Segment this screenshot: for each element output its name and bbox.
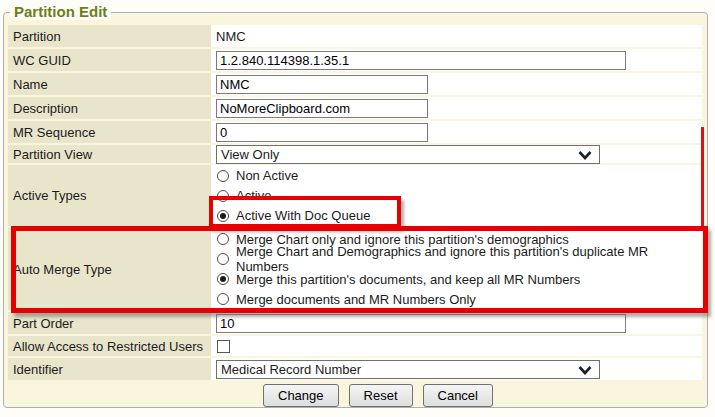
- radio-icon[interactable]: [217, 190, 229, 202]
- auto-merge-type-cell: Merge Chart only and ignore this partiti…: [211, 228, 702, 310]
- radio-icon[interactable]: [217, 170, 229, 182]
- radio-label: Active With Doc Queue: [236, 208, 370, 223]
- description-cell: [211, 97, 702, 119]
- form-table: Partition NMC WC GUID Name Description: [8, 25, 702, 408]
- identifier-selected-value: Medical Record Number: [221, 362, 361, 377]
- radio-icon[interactable]: [217, 253, 229, 265]
- partition-view-cell: View Only: [211, 145, 702, 163]
- chevron-down-icon: [578, 151, 592, 160]
- wc-guid-input[interactable]: [216, 51, 626, 70]
- row-description: Description: [8, 97, 702, 119]
- auto-merge-type-label: Auto Merge Type: [8, 228, 211, 310]
- row-partition: Partition NMC: [8, 25, 702, 47]
- radio-label: Non Active: [236, 168, 298, 183]
- partition-view-label: Partition View: [8, 145, 211, 163]
- form-buttons-row: Change Reset Cancel: [8, 382, 702, 408]
- part-order-input[interactable]: [216, 314, 626, 333]
- allow-access-checkbox[interactable]: [217, 340, 230, 353]
- row-auto-merge-type: Auto Merge Type Merge Chart only and ign…: [8, 228, 702, 310]
- page-title: Partition Edit: [10, 3, 111, 20]
- wc-guid-cell: [211, 49, 702, 71]
- name-input[interactable]: [216, 75, 428, 94]
- name-label: Name: [8, 73, 211, 95]
- radio-selected-icon[interactable]: [217, 273, 229, 285]
- reset-button[interactable]: Reset: [349, 384, 413, 407]
- radio-option-merge-documents-and-mr-numbers[interactable]: Merge documents and MR Numbers Only: [213, 289, 702, 309]
- radio-selected-icon[interactable]: [217, 210, 229, 222]
- allow-access-cell: [211, 336, 702, 356]
- identifier-label: Identifier: [8, 358, 211, 380]
- partition-edit-screen: Partition Edit Partition NMC WC GUID Nam…: [0, 0, 715, 417]
- radio-label: Active: [236, 188, 271, 203]
- description-label: Description: [8, 97, 211, 119]
- radio-option-non-active[interactable]: Non Active: [213, 166, 702, 186]
- description-input[interactable]: [216, 99, 428, 118]
- mr-sequence-cell: [211, 121, 702, 143]
- wc-guid-label: WC GUID: [8, 49, 211, 71]
- allow-access-label: Allow Access to Restricted Users: [8, 336, 211, 356]
- radio-option-active-with-doc-queue[interactable]: Active With Doc Queue: [213, 206, 702, 226]
- part-order-label: Part Order: [8, 312, 211, 334]
- partition-label: Partition: [8, 25, 211, 47]
- mr-sequence-input[interactable]: [216, 123, 428, 142]
- partition-view-select[interactable]: View Only: [216, 145, 600, 164]
- partition-view-selected-value: View Only: [221, 147, 279, 162]
- row-identifier: Identifier Medical Record Number: [8, 358, 702, 380]
- change-button[interactable]: Change: [263, 384, 339, 407]
- row-wc-guid: WC GUID: [8, 49, 702, 71]
- row-mr-sequence: MR Sequence: [8, 121, 702, 143]
- active-types-label: Active Types: [8, 165, 211, 226]
- partition-value: NMC: [211, 25, 702, 47]
- radio-option-merge-chart-and-demographics[interactable]: Merge Chart and Demographics and ignore …: [213, 249, 702, 269]
- radio-label: Merge this partition's documents, and ke…: [236, 272, 580, 287]
- row-part-order: Part Order: [8, 312, 702, 334]
- radio-icon[interactable]: [217, 293, 229, 305]
- row-name: Name: [8, 73, 702, 95]
- radio-option-merge-partition-documents[interactable]: Merge this partition's documents, and ke…: [213, 269, 702, 289]
- name-cell: [211, 73, 702, 95]
- active-types-cell: Non Active Active Active With Doc Queue: [211, 165, 702, 226]
- cancel-button[interactable]: Cancel: [423, 384, 493, 407]
- row-active-types: Active Types Non Active Active Active Wi…: [8, 165, 702, 226]
- radio-icon[interactable]: [217, 233, 229, 245]
- radio-option-active[interactable]: Active: [213, 186, 702, 206]
- mr-sequence-label: MR Sequence: [8, 121, 211, 143]
- identifier-cell: Medical Record Number: [211, 358, 702, 380]
- row-partition-view: Partition View View Only: [8, 145, 702, 163]
- radio-label: Merge documents and MR Numbers Only: [236, 292, 476, 307]
- chevron-down-icon: [578, 366, 592, 375]
- part-order-cell: [211, 312, 702, 334]
- identifier-select[interactable]: Medical Record Number: [216, 360, 600, 379]
- row-allow-access: Allow Access to Restricted Users: [8, 336, 702, 356]
